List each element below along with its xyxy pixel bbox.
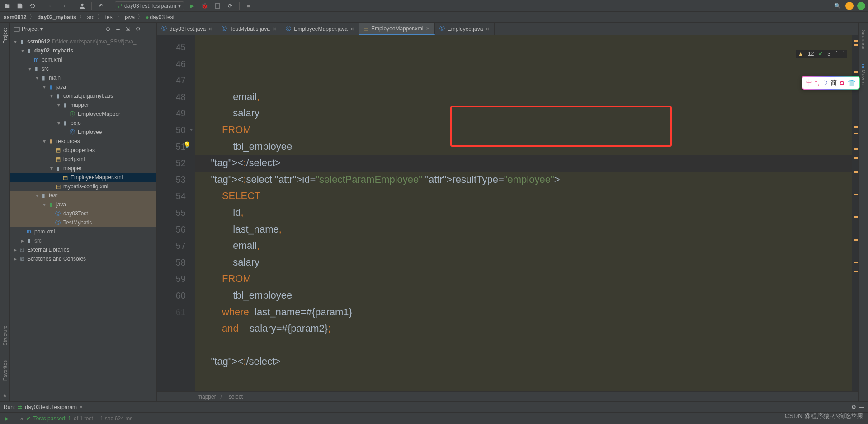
- chevron-down-icon[interactable]: ˅: [842, 51, 845, 57]
- rail-database[interactable]: Database: [861, 25, 866, 52]
- hide-icon[interactable]: —: [146, 26, 153, 32]
- ime-pin[interactable]: 简: [830, 79, 837, 87]
- code-area[interactable]: email, salary FROM tbl_employee "tag"><;…: [195, 35, 852, 391]
- run-config-label: day03Test.Tesrparam: [124, 3, 176, 9]
- tab-empmapper-java[interactable]: ⒸEmployeeMapper.java×: [281, 23, 359, 35]
- debug-icon[interactable]: 🐞: [200, 1, 209, 10]
- tab-empmapper-xml[interactable]: ▤EmployeeMapper.xml×: [359, 23, 435, 35]
- tree-day03t[interactable]: Ⓒday03Test: [10, 209, 156, 218]
- tree-extlib[interactable]: ▸⏍External Libraries: [10, 245, 156, 254]
- svg-point-0: [81, 3, 83, 5]
- refresh-icon[interactable]: [28, 1, 37, 10]
- tree-empmapper-xml[interactable]: ▤EmployeeMapper.xml: [10, 173, 156, 182]
- chevron-up-icon[interactable]: ˄: [835, 51, 838, 57]
- tree-myconfig[interactable]: ▤mybatis-config.xml: [10, 182, 156, 191]
- ime-zh[interactable]: 中: [806, 79, 812, 87]
- watermark: CSDN @程序猿-小狗吃苹果: [785, 412, 863, 420]
- tree-scratch[interactable]: ▸⎚Scratches and Consoles: [10, 254, 156, 263]
- tree-src[interactable]: ▾▮src: [10, 64, 156, 73]
- crumb-1[interactable]: day02_mybatis: [38, 14, 76, 20]
- stop-icon[interactable]: ■: [244, 1, 253, 10]
- rail-bookmark-icon[interactable]: ★: [2, 392, 7, 399]
- ime-punct[interactable]: °,: [815, 79, 820, 86]
- profile-icon[interactable]: ⟳: [226, 1, 235, 10]
- tree-day02[interactable]: ▾▮day02_mybatis: [10, 46, 156, 55]
- locate-icon[interactable]: ⊕: [106, 26, 113, 32]
- badge-orange-icon[interactable]: [845, 2, 854, 10]
- tree-test[interactable]: ▾▮test: [10, 191, 156, 200]
- hide-icon[interactable]: —: [859, 404, 864, 410]
- intention-bulb-icon[interactable]: 💡: [183, 141, 191, 148]
- close-icon[interactable]: ×: [273, 25, 276, 33]
- save-icon[interactable]: [15, 1, 24, 10]
- tree-src2[interactable]: ▸▮src: [10, 236, 156, 245]
- tree-testmy[interactable]: ⒸTestMybatis: [10, 218, 156, 227]
- close-icon[interactable]: ×: [80, 404, 83, 410]
- close-icon[interactable]: ×: [486, 25, 489, 33]
- close-icon[interactable]: ×: [426, 25, 429, 32]
- crumb-4[interactable]: java: [125, 14, 135, 20]
- crumb-2[interactable]: src: [87, 14, 94, 20]
- ime-moon-icon[interactable]: ☽: [822, 79, 828, 86]
- project-tree[interactable]: ▾▮ssm0612D:\ider-workspace\java_SSM\java…: [10, 35, 156, 401]
- left-tool-rail: Project Structure Favorites ★: [0, 23, 10, 401]
- project-panel-title[interactable]: Project ▾: [14, 26, 57, 32]
- ime-floating-toolbar[interactable]: 中 °, ☽ 简 ✿ 👕: [802, 76, 860, 90]
- tree-java1[interactable]: ▾▮java: [10, 82, 156, 91]
- user-icon[interactable]: [78, 1, 87, 10]
- forward-icon[interactable]: →: [59, 1, 68, 10]
- tab-day03test[interactable]: Ⓒday03Test.java×: [157, 23, 217, 35]
- tree-java2[interactable]: ▾▮java: [10, 200, 156, 209]
- gear-icon[interactable]: ⚙: [136, 26, 143, 32]
- close-icon[interactable]: ×: [350, 25, 354, 33]
- tab-employee[interactable]: ⒸEmployee.java×: [435, 23, 495, 35]
- tree-pojo[interactable]: ▾▮pojo: [10, 119, 156, 128]
- back-icon[interactable]: ←: [47, 1, 56, 10]
- ime-shirt-icon[interactable]: 👕: [848, 79, 855, 86]
- inspection-status[interactable]: ▲12 ✔3 ˄ ˅: [796, 50, 847, 58]
- undo-icon[interactable]: ↶: [96, 1, 105, 10]
- rail-favorites[interactable]: Favorites: [2, 357, 8, 383]
- search-icon[interactable]: 🔍: [833, 1, 842, 10]
- tree-mapper2[interactable]: ▾▮mapper: [10, 164, 156, 173]
- ok-icon: ✔: [818, 51, 823, 57]
- run-config-name[interactable]: day03Test.Tesrparam: [25, 404, 77, 410]
- tree-main[interactable]: ▾▮main: [10, 73, 156, 82]
- crumb-5[interactable]: ● day03Test: [146, 14, 175, 20]
- expand-icon[interactable]: ≑: [116, 26, 123, 32]
- close-icon[interactable]: ×: [208, 25, 212, 33]
- tree-employee[interactable]: ⒸEmployee: [10, 128, 156, 137]
- tree-root[interactable]: ▾▮ssm0612D:\ider-workspace\java_SSM\java…: [10, 37, 156, 46]
- tree-mapper[interactable]: ▾▮mapper: [10, 100, 156, 110]
- test-pass-icon: ✔: [26, 415, 31, 422]
- tree-dbprops[interactable]: ▤db.properties: [10, 146, 156, 155]
- open-icon[interactable]: [3, 1, 12, 10]
- rail-maven[interactable]: m Maven: [861, 61, 866, 87]
- tree-empmapper[interactable]: ⒾEmployeeMapper: [10, 110, 156, 119]
- rail-structure[interactable]: Structure: [2, 323, 8, 348]
- svg-rect-1: [215, 4, 220, 8]
- test-time: – 1 sec 624 ms: [96, 415, 132, 422]
- gear-icon[interactable]: ⚙: [851, 404, 856, 410]
- collapse-icon[interactable]: ⇲: [126, 26, 133, 32]
- tree-log4j[interactable]: ▤log4j.xml: [10, 155, 156, 164]
- coverage-icon[interactable]: [213, 1, 222, 10]
- crumb-3[interactable]: test: [105, 14, 114, 20]
- run-config-selector[interactable]: ⇄ day03Test.Tesrparam ▾: [115, 1, 184, 10]
- ime-gear-icon[interactable]: ✿: [840, 79, 845, 86]
- tab-testmybatis[interactable]: ⒸTestMybatis.java×: [217, 23, 281, 35]
- run-icon[interactable]: ▶: [188, 1, 197, 10]
- bcrumb-0[interactable]: mapper: [198, 394, 216, 400]
- rail-project[interactable]: Project: [2, 25, 8, 46]
- tree-pkg[interactable]: ▾▮com.atguigu.mybatis: [10, 91, 156, 100]
- warning-icon: ▲: [798, 51, 803, 57]
- crumb-0[interactable]: ssm0612: [4, 14, 27, 20]
- tree-pom2[interactable]: mpom.xml: [10, 227, 156, 236]
- bcrumb-1[interactable]: select: [229, 394, 243, 400]
- tree-resources[interactable]: ▾▮resources: [10, 137, 156, 146]
- editor-area: Ⓒday03Test.java× ⒸTestMybatis.java× ⒸEmp…: [157, 23, 858, 401]
- tree-pom1[interactable]: mpom.xml: [10, 55, 156, 64]
- badge-green-icon[interactable]: [857, 2, 865, 10]
- run-rerun-icon[interactable]: ▶: [5, 415, 9, 422]
- editor-body[interactable]: 45 46 47 48 49 50 51 52 53 54 55 56 57 5…: [157, 35, 858, 391]
